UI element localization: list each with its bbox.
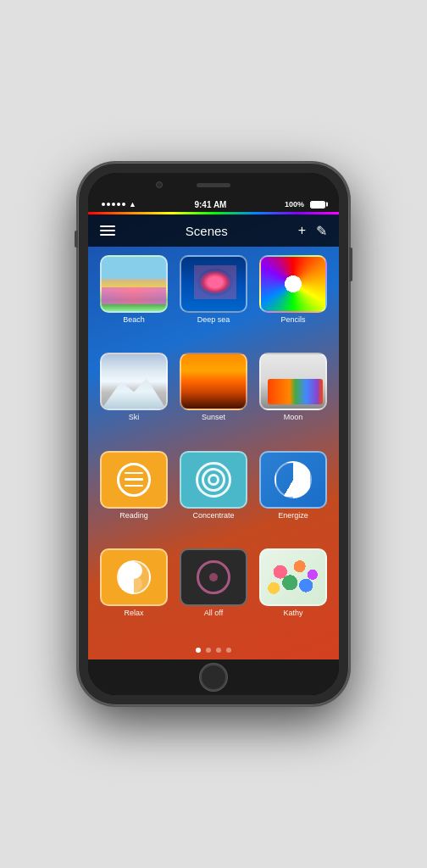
scene-label-energize: Energize (278, 511, 308, 520)
add-scene-button[interactable]: + (298, 223, 306, 238)
scene-label-sunset: Sunset (202, 413, 225, 421)
scenes-grid: Beach Deep sea Pencils Ski (88, 247, 339, 641)
alloff-icon (197, 560, 230, 594)
energize-icon (274, 461, 312, 498)
scene-thumb-alloff (180, 548, 247, 606)
scene-thumb-reading (100, 451, 168, 509)
page-dot-3[interactable] (216, 648, 221, 653)
battery-text: 100% (285, 200, 304, 209)
scene-thumb-pencils (259, 255, 327, 313)
scene-label-concentrate: Concentrate (192, 511, 234, 520)
scene-energize[interactable]: Energize (256, 451, 330, 543)
status-bar: ▲ 9:41 AM 100% (88, 197, 339, 212)
scene-thumb-deepsea (180, 255, 247, 313)
scene-thumb-relax (100, 548, 168, 606)
phone-bottom (88, 659, 339, 695)
page-dot-4[interactable] (226, 648, 231, 653)
concentrate-icon (196, 462, 231, 498)
scene-label-deepsea: Deep sea (197, 315, 230, 324)
scene-label-reading: Reading (119, 511, 148, 520)
phone-screen: ▲ 9:41 AM 100% Scenes (88, 173, 339, 695)
nav-bar: Scenes + ✎ (88, 214, 339, 247)
scene-label-kathy: Kathy (283, 609, 302, 617)
scene-concentrate[interactable]: Concentrate (176, 451, 251, 543)
hamburger-menu[interactable] (100, 225, 115, 236)
yinyang-icon (117, 560, 151, 594)
nav-actions: + ✎ (298, 223, 327, 239)
page-dot-2[interactable] (206, 648, 211, 653)
scene-thumb-moon (259, 353, 327, 410)
scene-sunset[interactable]: Sunset (176, 353, 251, 445)
battery-icon (310, 201, 325, 209)
scene-beach[interactable]: Beach (97, 255, 171, 348)
scene-deepsea[interactable]: Deep sea (176, 255, 251, 348)
scene-pencils[interactable]: Pencils (256, 255, 330, 348)
home-button[interactable] (200, 664, 227, 691)
scene-label-relax: Relax (124, 609, 143, 617)
scene-kathy[interactable]: Kathy (256, 548, 330, 641)
page-dots (88, 641, 339, 659)
nav-title: Scenes (186, 224, 228, 238)
page-dot-1[interactable] (196, 648, 201, 653)
scene-thumb-sunset (180, 353, 247, 410)
scene-label-alloff: All off (204, 609, 223, 617)
scene-reading[interactable]: Reading (97, 451, 171, 543)
speaker (197, 183, 230, 187)
camera (156, 181, 163, 188)
scene-thumb-concentrate (180, 451, 247, 509)
app-screen: Scenes + ✎ Beach Deep sea (88, 212, 339, 659)
reading-icon (117, 463, 151, 497)
scene-thumb-energize (259, 451, 327, 509)
scene-ski[interactable]: Ski (97, 353, 171, 445)
phone-top-bar (88, 173, 339, 197)
status-time: 9:41 AM (194, 200, 226, 209)
wifi-icon: ▲ (129, 200, 136, 209)
edit-button[interactable]: ✎ (316, 223, 327, 239)
status-right: 100% (285, 200, 325, 209)
scene-label-ski: Ski (129, 413, 140, 421)
scene-thumb-ski (100, 353, 168, 410)
scene-thumb-kathy (259, 548, 327, 606)
status-left: ▲ (102, 200, 136, 209)
scene-label-pencils: Pencils (280, 315, 305, 324)
scene-alloff[interactable]: All off (176, 548, 251, 641)
scene-moon[interactable]: Moon (256, 353, 330, 445)
signal-indicator (102, 203, 125, 206)
scene-label-beach: Beach (123, 315, 145, 324)
scene-label-moon: Moon (284, 413, 303, 421)
phone-frame: ▲ 9:41 AM 100% Scenes (78, 163, 349, 705)
scene-relax[interactable]: Relax (97, 548, 171, 641)
scene-thumb-beach (100, 255, 168, 313)
